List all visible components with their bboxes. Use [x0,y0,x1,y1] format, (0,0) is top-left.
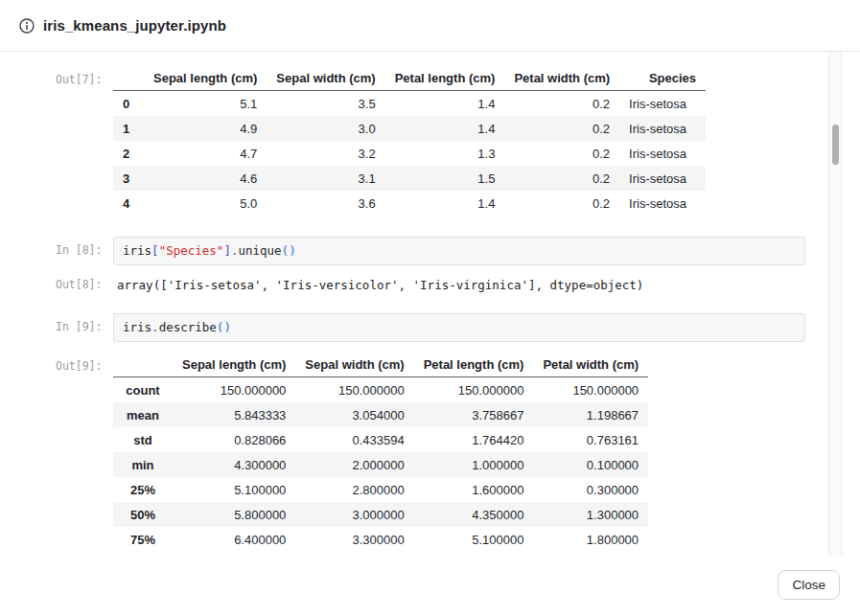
table-row: 34.63.11.50.2Iris-setosa [113,166,706,191]
table-cell: 0.2 [504,116,619,141]
cell-out7: Out[7]: Sepal length (cm)Sepal width (cm… [56,65,825,216]
row-index: 0 [113,91,144,117]
column-header: Petal length (cm) [414,352,534,377]
table-cell: 5.100000 [414,527,534,552]
scrollbar-thumb[interactable] [832,125,839,165]
code-input: iris.describe() [113,313,805,342]
table-cell: 3.758667 [414,402,534,427]
row-index: 3 [113,166,144,191]
table-cell: 0.300000 [533,477,648,502]
table-cell: Iris-setosa [619,91,706,117]
iris-head-table: Sepal length (cm)Sepal width (cm)Petal l… [113,65,706,216]
table-cell: 0.433594 [295,427,413,452]
table-row: 14.93.01.40.2Iris-setosa [113,116,706,141]
table-cell: 0.2 [504,91,619,117]
table-row: std0.8280660.4335941.7644200.763161 [113,427,648,452]
row-index: 75% [113,527,173,552]
table-cell: 5.0 [144,191,267,216]
table-cell: 4.9 [144,116,267,141]
table-cell: 0.763161 [533,427,648,452]
close-button[interactable]: Close [778,570,840,600]
table-row: mean5.8433333.0540003.7586671.198667 [113,402,648,427]
table-cell: 150.000000 [295,377,413,403]
code-token: ] [223,243,231,258]
table-cell: Iris-setosa [619,191,706,216]
table-cell: 4.350000 [414,502,534,527]
table-cell: Iris-setosa [619,166,706,191]
code-token: ) [223,320,231,334]
header-row: Sepal length (cm)Sepal width (cm)Petal l… [113,65,706,91]
table-cell: 150.000000 [173,377,295,403]
row-index: min [113,452,173,477]
table-cell: 1.3 [385,141,505,166]
table-cell: 1.600000 [414,477,534,502]
scrollbar[interactable] [828,52,842,556]
table-cell: 1.800000 [533,527,648,552]
table-row: 25%5.1000002.8000001.6000000.300000 [113,477,648,502]
table-cell: 2.000000 [295,452,413,477]
table-cell: 3.1 [267,166,384,191]
table-cell: 0.2 [504,141,619,166]
table-cell: 5.1 [144,91,267,117]
table-cell: 0.2 [504,191,619,216]
code-token: iris [123,320,151,334]
table-cell: 3.5 [267,91,384,117]
column-header: Species [619,65,706,91]
dialog-footer: Close [0,556,860,616]
table-cell: 1.4 [385,116,505,141]
table-row: 24.73.21.30.2Iris-setosa [113,141,706,166]
table-cell: 150.000000 [414,377,534,403]
table-cell: 4.7 [144,141,267,166]
iris-describe-table: Sepal length (cm)Sepal width (cm)Petal l… [113,352,648,552]
notebook-preview-dialog: iris_kmeans_jupyter.ipynb Out[7]: Sepal … [0,0,860,616]
cell-prompt-out9: Out[9]: [56,352,113,373]
table-cell: 3.300000 [295,527,413,552]
table-cell: 1.4 [385,191,505,216]
row-index: 4 [113,191,144,216]
table-cell: 1.300000 [533,502,648,527]
column-header: Petal width (cm) [533,352,648,377]
column-header [113,352,173,377]
table-cell: 5.100000 [173,477,295,502]
table-cell: 3.000000 [295,502,413,527]
column-header: Sepal length (cm) [173,352,295,377]
cell-prompt-out8: Out[8]: [56,271,113,291]
column-header [113,65,144,91]
notebook-scroll-area[interactable]: Out[7]: Sepal length (cm)Sepal width (cm… [0,52,860,556]
cell-in8: In [8]: iris["Species"].unique() [56,237,825,265]
cell-in9: In [9]: iris.describe() [56,313,825,342]
table-cell: 2.800000 [295,477,413,502]
table-cell: 4.300000 [173,452,295,477]
cell-prompt-in8: In [8]: [56,237,113,257]
table-row: 45.03.61.40.2Iris-setosa [113,191,706,216]
table-row: 75%6.4000003.3000005.1000001.800000 [113,527,648,552]
table-cell: 3.2 [267,141,384,166]
info-icon[interactable] [19,18,35,34]
column-header: Petal length (cm) [385,65,505,91]
table-cell: 5.843333 [173,402,295,427]
code-token: ( [282,243,290,258]
table-cell: Iris-setosa [619,116,706,141]
code-token: describe [159,320,217,334]
code-token: ) [289,243,296,258]
cell-out8: Out[8]: array(['Iris-setosa', 'Iris-vers… [56,271,825,293]
code-token: [ [151,243,159,258]
table-cell: 0.100000 [533,452,648,477]
output-text: array(['Iris-setosa', 'Iris-versicolor',… [113,271,825,293]
table-cell: 1.764420 [414,427,534,452]
table-cell: 5.800000 [173,502,295,527]
cell-prompt-in9: In [9]: [56,313,113,333]
column-header: Sepal width (cm) [267,65,384,91]
row-index: count [113,377,173,403]
table-row: 05.13.51.40.2Iris-setosa [113,91,706,117]
table-cell: 0.828066 [173,427,295,452]
table-cell: 1.000000 [414,452,534,477]
table-cell: 1.5 [385,166,505,191]
cell-prompt-out7: Out[7]: [56,65,113,86]
table-row: count150.000000150.000000150.000000150.0… [113,377,648,403]
row-index: std [113,427,173,452]
row-index: 25% [113,477,173,502]
table-cell: 150.000000 [533,377,648,403]
table-cell: 3.054000 [295,402,413,427]
table-cell: 3.0 [267,116,384,141]
